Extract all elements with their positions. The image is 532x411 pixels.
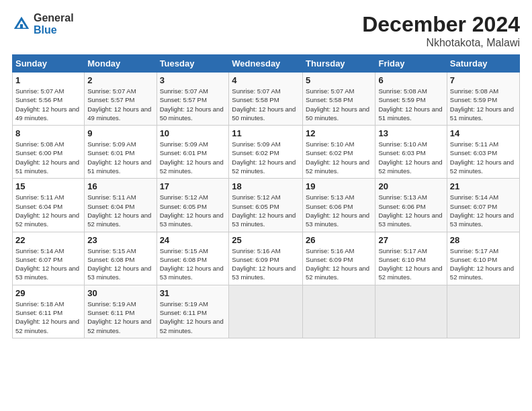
calendar-cell: 16Sunrise: 5:11 AMSunset: 6:04 PMDayligh…: [85, 179, 157, 232]
day-info: Sunrise: 5:14 AMSunset: 6:07 PMDaylight:…: [15, 246, 81, 282]
calendar-cell: 5Sunrise: 5:07 AMSunset: 5:58 PMDaylight…: [303, 73, 375, 126]
calendar-cell: 24Sunrise: 5:15 AMSunset: 6:08 PMDayligh…: [157, 232, 229, 285]
day-info: Sunrise: 5:07 AMSunset: 5:58 PMDaylight:…: [306, 87, 372, 122]
calendar-cell: 19Sunrise: 5:13 AMSunset: 6:06 PMDayligh…: [303, 179, 375, 232]
day-info: Sunrise: 5:09 AMSunset: 6:01 PMDaylight:…: [160, 140, 226, 175]
day-info: Sunrise: 5:15 AMSunset: 6:08 PMDaylight:…: [160, 246, 226, 282]
day-info: Sunrise: 5:12 AMSunset: 6:05 PMDaylight:…: [160, 193, 226, 228]
calendar-week-1: 1Sunrise: 5:07 AMSunset: 5:56 PMDaylight…: [13, 73, 520, 126]
day-info: Sunrise: 5:19 AMSunset: 6:11 PMDaylight:…: [87, 300, 153, 335]
calendar-cell: 22Sunrise: 5:14 AMSunset: 6:07 PMDayligh…: [13, 232, 85, 285]
day-number: 16: [87, 181, 153, 191]
day-number: 14: [450, 128, 517, 138]
main-title: December 2024: [362, 12, 520, 37]
day-info: Sunrise: 5:14 AMSunset: 6:07 PMDaylight:…: [450, 193, 517, 228]
day-number: 1: [15, 75, 81, 85]
day-info: Sunrise: 5:08 AMSunset: 6:00 PMDaylight:…: [15, 140, 81, 175]
calendar-cell: 26Sunrise: 5:16 AMSunset: 6:09 PMDayligh…: [303, 232, 375, 285]
day-number: 27: [378, 235, 443, 245]
calendar-cell: 6Sunrise: 5:08 AMSunset: 5:59 PMDaylight…: [375, 73, 447, 126]
day-number: 26: [306, 235, 372, 245]
calendar-header: Sunday Monday Tuesday Wednesday Thursday…: [13, 55, 520, 73]
logo: General Blue: [12, 12, 74, 36]
day-info: Sunrise: 5:11 AMSunset: 6:03 PMDaylight:…: [450, 140, 517, 175]
calendar-cell: 8Sunrise: 5:08 AMSunset: 6:00 PMDaylight…: [13, 126, 85, 179]
day-number: 3: [160, 75, 226, 85]
day-info: Sunrise: 5:17 AMSunset: 6:10 PMDaylight:…: [378, 246, 443, 282]
calendar-week-5: 29Sunrise: 5:18 AMSunset: 6:11 PMDayligh…: [13, 285, 520, 338]
calendar-cell: 17Sunrise: 5:12 AMSunset: 6:05 PMDayligh…: [157, 179, 229, 232]
svg-rect-2: [20, 24, 23, 29]
calendar-cell: 7Sunrise: 5:08 AMSunset: 5:59 PMDaylight…: [447, 73, 519, 126]
day-info: Sunrise: 5:07 AMSunset: 5:57 PMDaylight:…: [160, 87, 226, 122]
logo-icon: [12, 15, 31, 34]
calendar-body: 1Sunrise: 5:07 AMSunset: 5:56 PMDaylight…: [13, 73, 520, 338]
day-info: Sunrise: 5:16 AMSunset: 6:09 PMDaylight:…: [232, 246, 300, 282]
day-info: Sunrise: 5:08 AMSunset: 5:59 PMDaylight:…: [378, 87, 443, 122]
calendar-cell: 25Sunrise: 5:16 AMSunset: 6:09 PMDayligh…: [229, 232, 303, 285]
day-number: 22: [15, 235, 81, 245]
day-info: Sunrise: 5:07 AMSunset: 5:57 PMDaylight:…: [87, 87, 153, 122]
subtitle: Nkhotakota, Malawi: [362, 37, 520, 49]
day-number: 31: [160, 288, 226, 298]
calendar-cell: 14Sunrise: 5:11 AMSunset: 6:03 PMDayligh…: [447, 126, 519, 179]
calendar-table: Sunday Monday Tuesday Wednesday Thursday…: [12, 54, 520, 338]
day-info: Sunrise: 5:09 AMSunset: 6:01 PMDaylight:…: [87, 140, 153, 175]
page: General Blue December 2024 Nkhotakota, M…: [0, 0, 532, 411]
header-monday: Monday: [85, 55, 157, 73]
header-sunday: Sunday: [13, 55, 85, 73]
day-number: 28: [450, 235, 517, 245]
day-number: 12: [306, 128, 372, 138]
day-number: 17: [160, 181, 226, 191]
day-number: 23: [87, 235, 153, 245]
calendar-cell: 3Sunrise: 5:07 AMSunset: 5:57 PMDaylight…: [157, 73, 229, 126]
logo-text: General Blue: [34, 12, 74, 36]
header-row: Sunday Monday Tuesday Wednesday Thursday…: [13, 55, 520, 73]
calendar-cell: 29Sunrise: 5:18 AMSunset: 6:11 PMDayligh…: [13, 285, 85, 338]
day-number: 25: [232, 235, 300, 245]
header-wednesday: Wednesday: [229, 55, 303, 73]
day-info: Sunrise: 5:08 AMSunset: 5:59 PMDaylight:…: [450, 87, 517, 122]
calendar-week-4: 22Sunrise: 5:14 AMSunset: 6:07 PMDayligh…: [13, 232, 520, 285]
day-number: 18: [232, 181, 300, 191]
day-number: 20: [378, 181, 443, 191]
header-saturday: Saturday: [447, 55, 519, 73]
day-number: 2: [87, 75, 153, 85]
day-info: Sunrise: 5:18 AMSunset: 6:11 PMDaylight:…: [15, 300, 81, 335]
calendar-cell: 13Sunrise: 5:10 AMSunset: 6:03 PMDayligh…: [375, 126, 447, 179]
title-block: December 2024 Nkhotakota, Malawi: [362, 12, 520, 49]
day-info: Sunrise: 5:09 AMSunset: 6:02 PMDaylight:…: [232, 140, 300, 175]
day-info: Sunrise: 5:11 AMSunset: 6:04 PMDaylight:…: [87, 193, 153, 228]
day-info: Sunrise: 5:13 AMSunset: 6:06 PMDaylight:…: [378, 193, 443, 228]
day-info: Sunrise: 5:17 AMSunset: 6:10 PMDaylight:…: [450, 246, 517, 282]
day-number: 11: [232, 128, 300, 138]
header-friday: Friday: [375, 55, 447, 73]
day-number: 30: [87, 288, 153, 298]
calendar-cell: 15Sunrise: 5:11 AMSunset: 6:04 PMDayligh…: [13, 179, 85, 232]
calendar-cell: 10Sunrise: 5:09 AMSunset: 6:01 PMDayligh…: [157, 126, 229, 179]
day-info: Sunrise: 5:15 AMSunset: 6:08 PMDaylight:…: [87, 246, 153, 282]
calendar-cell: 23Sunrise: 5:15 AMSunset: 6:08 PMDayligh…: [85, 232, 157, 285]
calendar-week-3: 15Sunrise: 5:11 AMSunset: 6:04 PMDayligh…: [13, 179, 520, 232]
calendar-cell: 31Sunrise: 5:19 AMSunset: 6:11 PMDayligh…: [157, 285, 229, 338]
header-thursday: Thursday: [303, 55, 375, 73]
calendar-cell: 30Sunrise: 5:19 AMSunset: 6:11 PMDayligh…: [85, 285, 157, 338]
day-number: 15: [15, 181, 81, 191]
calendar-cell: 12Sunrise: 5:10 AMSunset: 6:02 PMDayligh…: [303, 126, 375, 179]
header-tuesday: Tuesday: [157, 55, 229, 73]
calendar-cell: 2Sunrise: 5:07 AMSunset: 5:57 PMDaylight…: [85, 73, 157, 126]
day-info: Sunrise: 5:12 AMSunset: 6:05 PMDaylight:…: [232, 193, 300, 228]
header: General Blue December 2024 Nkhotakota, M…: [12, 12, 520, 49]
calendar-cell: 27Sunrise: 5:17 AMSunset: 6:10 PMDayligh…: [375, 232, 447, 285]
day-number: 7: [450, 75, 517, 85]
calendar-cell: 28Sunrise: 5:17 AMSunset: 6:10 PMDayligh…: [447, 232, 519, 285]
day-info: Sunrise: 5:19 AMSunset: 6:11 PMDaylight:…: [160, 300, 226, 335]
day-number: 5: [306, 75, 372, 85]
day-number: 21: [450, 181, 517, 191]
day-number: 8: [15, 128, 81, 138]
calendar-cell: 11Sunrise: 5:09 AMSunset: 6:02 PMDayligh…: [229, 126, 303, 179]
calendar-cell: 20Sunrise: 5:13 AMSunset: 6:06 PMDayligh…: [375, 179, 447, 232]
calendar-cell: 1Sunrise: 5:07 AMSunset: 5:56 PMDaylight…: [13, 73, 85, 126]
day-number: 19: [306, 181, 372, 191]
calendar-cell: 18Sunrise: 5:12 AMSunset: 6:05 PMDayligh…: [229, 179, 303, 232]
